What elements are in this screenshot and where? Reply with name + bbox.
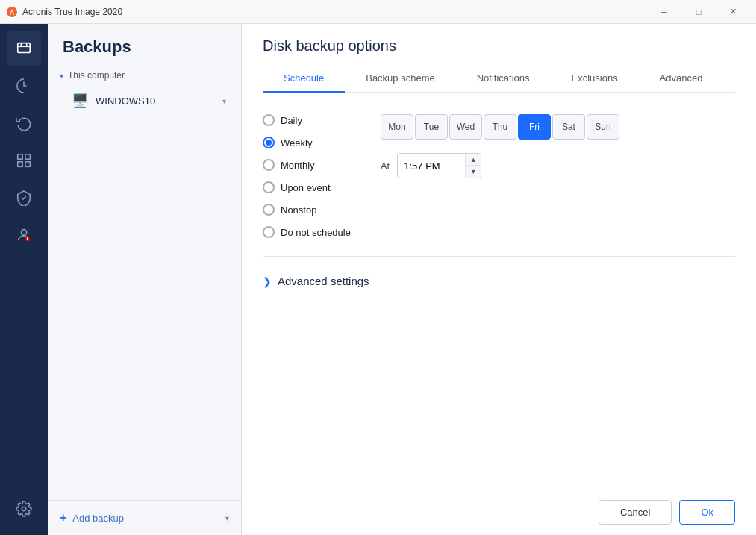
add-backup-label: Add backup (72, 513, 124, 524)
tabs: Schedule Backup scheme Notifications Exc… (263, 65, 735, 93)
time-input-wrapper: ▲ ▼ (397, 153, 481, 178)
nav-security[interactable] (7, 181, 41, 215)
option-no-schedule[interactable]: Do not schedule (263, 226, 351, 238)
option-weekly[interactable]: Weekly (263, 137, 351, 148)
titlebar: A Acronis True Image 2020 ─ □ ✕ (0, 0, 756, 24)
nav-recovery[interactable] (7, 69, 41, 103)
sidebar-panel: Backups ▾ This computer 🖥️ WINDOWS10 ▾ +… (48, 24, 242, 535)
app-title: Acronis True Image 2020 (22, 7, 647, 17)
day-tue[interactable]: Tue (415, 114, 448, 140)
sidebar-item-label: WINDOWS10 (96, 96, 215, 107)
day-mon[interactable]: Mon (381, 114, 413, 140)
radio-nonstop[interactable] (263, 204, 275, 216)
radio-weekly-label: Weekly (281, 137, 312, 148)
option-upon-event[interactable]: Upon event (263, 181, 351, 193)
time-row: At ▲ ▼ (381, 153, 619, 178)
main-content: Disk backup options Schedule Backup sche… (242, 24, 756, 535)
svg-rect-6 (18, 154, 22, 159)
radio-no-schedule-label: Do not schedule (281, 227, 351, 238)
computer-icon: 🖥️ (72, 93, 88, 109)
radio-daily[interactable] (263, 114, 275, 126)
add-icon: + (60, 511, 66, 525)
divider (263, 256, 735, 257)
time-down-button[interactable]: ▼ (466, 166, 481, 178)
close-button[interactable]: ✕ (716, 0, 750, 24)
radio-monthly-label: Monthly (281, 160, 315, 171)
sidebar-header: Backups (48, 24, 241, 64)
tab-backup-scheme[interactable]: Backup scheme (345, 65, 456, 93)
option-nonstop[interactable]: Nonstop (263, 204, 351, 216)
window-controls: ─ □ ✕ (647, 0, 750, 24)
day-fri[interactable]: Fri (518, 114, 551, 140)
nav-backups[interactable] (7, 31, 41, 66)
advanced-settings-row[interactable]: ❯ Advanced settings (263, 275, 735, 287)
day-wed[interactable]: Wed (449, 114, 482, 140)
time-spinners: ▲ ▼ (465, 154, 481, 178)
minimize-button[interactable]: ─ (647, 0, 681, 24)
radio-no-schedule[interactable] (263, 226, 275, 238)
maximize-button[interactable]: □ (681, 0, 716, 24)
day-sun[interactable]: Sun (587, 114, 619, 140)
nav-dashboard[interactable] (7, 143, 41, 178)
radio-upon-event-label: Upon event (281, 182, 331, 193)
main-footer: Cancel Ok (242, 489, 756, 535)
app-body: Backups ▾ This computer 🖥️ WINDOWS10 ▾ +… (0, 24, 756, 535)
nav-sidebar (0, 24, 48, 535)
radio-group: Daily Weekly Monthly Upon event (263, 114, 351, 238)
svg-rect-8 (18, 162, 22, 166)
ok-button[interactable]: Ok (679, 500, 735, 525)
cancel-button[interactable]: Cancel (599, 500, 672, 525)
day-selector: Mon Tue Wed Thu Fri Sat Sun (381, 114, 619, 140)
svg-text:A: A (10, 9, 15, 16)
radio-upon-event[interactable] (263, 181, 275, 193)
nav-sync[interactable] (7, 106, 41, 140)
advanced-settings-chevron: ❯ (263, 275, 272, 287)
tab-exclusions[interactable]: Exclusions (551, 65, 639, 93)
nav-account[interactable] (7, 218, 41, 252)
svg-point-13 (22, 507, 26, 511)
main-title: Disk backup options (263, 37, 735, 54)
radio-nonstop-label: Nonstop (281, 204, 316, 216)
svg-rect-2 (18, 43, 31, 53)
sidebar-section: ▾ This computer (48, 64, 241, 87)
schedule-body: Daily Weekly Monthly Upon event (242, 93, 756, 489)
sidebar-section-chevron: ▾ (60, 72, 63, 80)
svg-point-10 (21, 230, 26, 235)
sidebar-section-label: This computer (68, 70, 125, 81)
sidebar-item-chevron: ▾ (222, 97, 226, 105)
app-logo: A (6, 6, 18, 18)
time-input[interactable] (398, 157, 465, 175)
tab-schedule[interactable]: Schedule (263, 65, 345, 93)
radio-daily-label: Daily (281, 115, 302, 126)
radio-monthly[interactable] (263, 159, 275, 171)
time-up-button[interactable]: ▲ (466, 154, 481, 166)
radio-weekly[interactable] (263, 137, 275, 148)
add-backup-button[interactable]: + Add backup ▾ (48, 500, 241, 535)
svg-rect-9 (25, 162, 30, 166)
sidebar-title: Backups (63, 37, 226, 57)
day-time-section: Mon Tue Wed Thu Fri Sat Sun At ▲ (381, 114, 619, 178)
day-sat[interactable]: Sat (552, 114, 585, 140)
sidebar-item-windows10[interactable]: 🖥️ WINDOWS10 ▾ (48, 87, 241, 115)
tab-notifications[interactable]: Notifications (456, 65, 551, 93)
advanced-settings-label: Advanced settings (278, 275, 369, 287)
option-monthly[interactable]: Monthly (263, 159, 351, 171)
tab-advanced[interactable]: Advanced (639, 65, 724, 93)
main-header: Disk backup options Schedule Backup sche… (242, 24, 756, 93)
nav-settings[interactable] (7, 492, 41, 526)
svg-rect-7 (25, 154, 30, 159)
at-label: At (381, 160, 390, 172)
schedule-options: Daily Weekly Monthly Upon event (263, 114, 735, 238)
day-thu[interactable]: Thu (484, 114, 516, 140)
add-backup-chevron: ▾ (225, 514, 229, 522)
option-daily[interactable]: Daily (263, 114, 351, 126)
